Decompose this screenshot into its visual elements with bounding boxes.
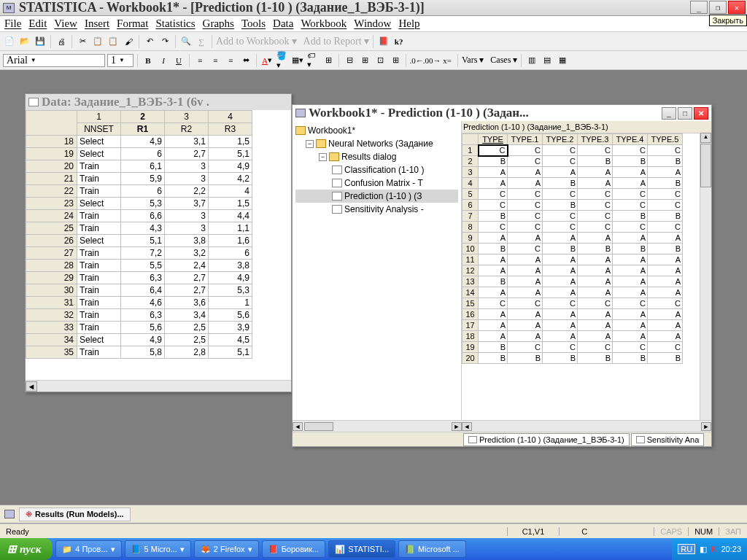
cell[interactable]: Train — [77, 160, 121, 173]
cell[interactable]: A — [578, 233, 613, 244]
row-header[interactable]: 2 — [462, 156, 479, 167]
menu-file[interactable]: File — [4, 18, 21, 30]
cell[interactable]: A — [543, 331, 578, 342]
row-header[interactable]: 7 — [462, 211, 479, 222]
cell[interactable]: C — [543, 189, 578, 200]
menu-view[interactable]: View — [54, 18, 77, 30]
cell[interactable]: Train — [77, 222, 121, 235]
cell[interactable]: 2,2 — [165, 185, 209, 198]
cell[interactable]: A — [479, 265, 508, 276]
row-header[interactable]: 23 — [26, 198, 77, 210]
collapse-icon[interactable]: − — [319, 153, 327, 161]
help-icon[interactable]: k? — [392, 35, 406, 48]
cell[interactable]: 3 — [165, 160, 209, 173]
cell[interactable]: A — [613, 167, 648, 178]
menu-edit[interactable]: Edit — [28, 18, 47, 30]
cell[interactable]: A — [648, 254, 683, 265]
cell[interactable]: C — [543, 342, 578, 353]
cell[interactable]: 4,2 — [209, 173, 252, 185]
cell[interactable]: Train — [77, 309, 121, 322]
data-window-title[interactable]: Data: Задание_1_ВЭБ-3-1 (6v . — [26, 94, 291, 110]
cell[interactable]: A — [613, 320, 648, 331]
cell[interactable]: C — [543, 222, 578, 233]
workbook-window[interactable]: Workbook1* - Prediction (1-10 ) (Задан..… — [292, 104, 712, 447]
row-header[interactable]: 8 — [462, 222, 479, 233]
cell[interactable]: 6,6 — [121, 210, 165, 222]
cell[interactable]: 2,7 — [165, 272, 209, 284]
cell[interactable]: A — [543, 276, 578, 287]
cell[interactable]: A — [613, 178, 648, 189]
cell[interactable]: Train — [77, 346, 121, 359]
cell[interactable]: B — [479, 353, 508, 364]
cell[interactable]: 4,9 — [209, 272, 252, 284]
add-workbook-button[interactable]: Add to Workbook — [216, 36, 290, 47]
new-icon[interactable]: 📄 — [3, 35, 16, 48]
cell[interactable]: B — [648, 178, 683, 189]
cell[interactable]: C — [613, 222, 648, 233]
system-tray[interactable]: RU ◧ K 20:23 — [672, 538, 747, 560]
row-header[interactable]: 20 — [462, 353, 479, 364]
cell[interactable]: A — [648, 287, 683, 298]
cell[interactable]: 4,6 — [121, 297, 165, 309]
cell[interactable]: 2,8 — [165, 346, 209, 359]
cell[interactable]: 3,4 — [165, 309, 209, 322]
tree-root[interactable]: Workbook1* — [295, 124, 458, 137]
cell[interactable]: 5,3 — [121, 198, 165, 210]
cell[interactable]: 1,1 — [209, 222, 252, 235]
menu-window[interactable]: Window — [354, 18, 391, 30]
add-report-button[interactable]: Add to Report — [303, 36, 362, 47]
cell[interactable]: B — [578, 156, 613, 167]
cell[interactable]: A — [578, 254, 613, 265]
bold-icon[interactable]: B — [142, 54, 155, 67]
cell[interactable]: B — [578, 244, 613, 254]
cell[interactable]: C — [578, 145, 613, 156]
cell[interactable]: 6,1 — [121, 160, 165, 173]
cell[interactable]: 4,9 — [209, 160, 252, 173]
cell[interactable]: A — [508, 331, 543, 342]
cell[interactable]: B — [648, 156, 683, 167]
row-header[interactable]: 19 — [462, 342, 479, 353]
row-header[interactable]: 29 — [26, 272, 77, 284]
row-header[interactable]: 21 — [26, 173, 77, 185]
menu-graphs[interactable]: Graphs — [203, 18, 234, 30]
cell[interactable]: A — [613, 287, 648, 298]
cell[interactable]: 4,4 — [209, 210, 252, 222]
cut-icon[interactable]: ✂ — [76, 35, 89, 48]
row-header[interactable]: 32 — [26, 309, 77, 322]
menu-format[interactable]: Format — [117, 18, 148, 30]
close-button[interactable]: ✕ — [728, 1, 746, 14]
tree-results[interactable]: −Results dialog — [295, 150, 458, 163]
cell[interactable]: A — [508, 178, 543, 189]
task-firefox[interactable]: 🦊 2 Firefox ▾ — [194, 540, 259, 558]
vars-button[interactable]: Vars ▾ — [462, 55, 484, 66]
cell[interactable]: B — [613, 156, 648, 167]
cell[interactable]: C — [578, 298, 613, 309]
tray-lang[interactable]: RU — [678, 544, 695, 554]
cell[interactable]: A — [578, 178, 613, 189]
row-header[interactable]: 24 — [26, 210, 77, 222]
task-statistica[interactable]: 📊 STATISTI... — [328, 540, 395, 558]
row-header[interactable]: 9 — [462, 233, 479, 244]
fill-color-icon[interactable]: 🪣▾ — [276, 54, 289, 67]
cell[interactable]: C — [578, 189, 613, 200]
fontsize-combo[interactable]: 1▼ — [107, 54, 133, 67]
prediction-table[interactable]: TYPE TYPE.1 TYPE.2 TYPE.3 TYPE.4 TYPE.5 … — [462, 133, 683, 364]
cell[interactable]: 3,1 — [165, 136, 209, 148]
cell[interactable]: A — [479, 254, 508, 265]
cell[interactable]: 3,7 — [165, 198, 209, 210]
row-header[interactable]: 11 — [462, 254, 479, 265]
collapse-icon[interactable]: − — [306, 140, 314, 148]
data-table[interactable]: 1234 NNSETR1R2R3 18 Select 4,9 3,1 1,519… — [26, 110, 252, 359]
align-left-icon[interactable]: ≡ — [193, 54, 206, 67]
align-center-icon[interactable]: ≡ — [209, 54, 222, 67]
cell[interactable]: A — [613, 331, 648, 342]
cell[interactable]: C — [479, 189, 508, 200]
pred-vscroll[interactable]: ▲ — [700, 133, 711, 420]
cell[interactable]: B — [543, 353, 578, 364]
task-folder[interactable]: 📁 4 Пров... ▾ — [55, 540, 121, 558]
cell[interactable]: 4 — [209, 185, 252, 198]
tree-confusion[interactable]: Confusion Matrix - T — [295, 176, 458, 190]
cell[interactable]: Train — [77, 297, 121, 309]
cell[interactable]: 3,8 — [165, 235, 209, 247]
row-header[interactable]: 27 — [26, 247, 77, 260]
